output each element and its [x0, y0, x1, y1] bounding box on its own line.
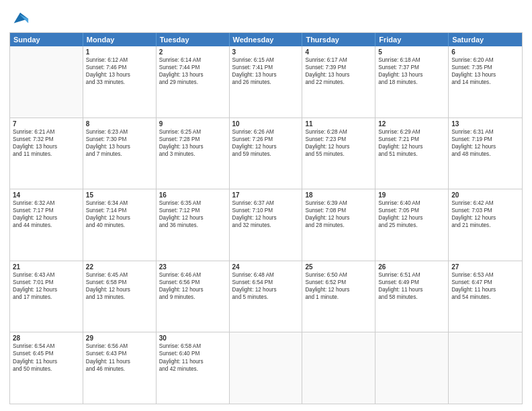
- cell-line: Daylight: 11 hours: [159, 358, 226, 365]
- cell-line: and 13 minutes.: [86, 293, 153, 301]
- cell-line: and 28 minutes.: [305, 222, 372, 229]
- cell-line: Daylight: 12 hours: [451, 214, 519, 222]
- cell-line: Daylight: 12 hours: [13, 214, 80, 222]
- cell-line: Sunrise: 6:51 AM: [378, 271, 445, 279]
- day-number: 9: [159, 120, 226, 128]
- cell-line: Sunrise: 6:42 AM: [451, 199, 519, 207]
- cell-line: Sunset: 7:19 PM: [451, 136, 519, 143]
- cell-line: and 29 minutes.: [159, 79, 226, 86]
- cell-line: Daylight: 12 hours: [305, 214, 372, 222]
- cell-line: and 44 minutes.: [13, 222, 80, 229]
- table-row: 26Sunrise: 6:51 AMSunset: 6:49 PMDayligh…: [375, 261, 449, 332]
- cell-line: Daylight: 12 hours: [305, 143, 372, 150]
- table-row: 1Sunrise: 6:12 AMSunset: 7:46 PMDaylight…: [83, 46, 157, 118]
- header-cell-tuesday: Tuesday: [157, 33, 230, 46]
- cell-line: and 18 minutes.: [378, 79, 445, 86]
- cell-line: Sunrise: 6:35 AM: [159, 199, 226, 207]
- table-row: 13Sunrise: 6:31 AMSunset: 7:19 PMDayligh…: [449, 118, 522, 189]
- table-row: 24Sunrise: 6:48 AMSunset: 6:54 PMDayligh…: [230, 261, 303, 332]
- calendar-row-2: 14Sunrise: 6:32 AMSunset: 7:17 PMDayligh…: [10, 189, 522, 261]
- header-cell-thursday: Thursday: [302, 33, 375, 46]
- cell-line: Sunset: 7:28 PM: [159, 136, 226, 143]
- calendar-row-4: 28Sunrise: 6:54 AMSunset: 6:45 PMDayligh…: [10, 332, 522, 404]
- header-cell-monday: Monday: [83, 33, 157, 46]
- cell-line: Sunrise: 6:29 AM: [378, 128, 445, 136]
- cell-line: and 55 minutes.: [305, 150, 372, 158]
- table-row: 10Sunrise: 6:26 AMSunset: 7:26 PMDayligh…: [230, 118, 303, 189]
- cell-line: Daylight: 13 hours: [159, 71, 226, 79]
- cell-line: and 3 minutes.: [159, 150, 226, 158]
- cell-line: Daylight: 12 hours: [159, 214, 226, 222]
- cell-line: Daylight: 12 hours: [159, 286, 226, 293]
- day-number: 14: [13, 191, 80, 199]
- cell-line: Sunset: 6:40 PM: [159, 350, 226, 357]
- cell-line: Daylight: 13 hours: [86, 71, 153, 79]
- table-row: 12Sunrise: 6:29 AMSunset: 7:21 PMDayligh…: [375, 118, 449, 189]
- calendar-header: SundayMondayTuesdayWednesdayThursdayFrid…: [10, 33, 522, 46]
- cell-line: Sunset: 6:54 PM: [232, 279, 300, 286]
- table-row: 4Sunrise: 6:17 AMSunset: 7:39 PMDaylight…: [302, 46, 375, 118]
- header-cell-wednesday: Wednesday: [230, 33, 303, 46]
- cell-line: Sunset: 6:43 PM: [86, 350, 153, 357]
- cell-line: and 14 minutes.: [451, 79, 519, 86]
- cell-line: Sunset: 7:26 PM: [232, 136, 300, 143]
- cell-line: Sunset: 6:45 PM: [13, 350, 80, 357]
- cell-line: Sunset: 7:21 PM: [378, 136, 445, 143]
- cell-line: Sunrise: 6:32 AM: [13, 199, 80, 207]
- cell-line: Sunset: 7:41 PM: [232, 64, 300, 71]
- cell-line: Sunset: 7:05 PM: [378, 207, 445, 214]
- day-number: 11: [305, 120, 372, 128]
- day-number: 15: [86, 191, 153, 199]
- day-number: 8: [86, 120, 153, 128]
- cell-line: Sunset: 7:32 PM: [13, 136, 80, 143]
- table-row: 6Sunrise: 6:20 AMSunset: 7:35 PMDaylight…: [449, 46, 522, 118]
- cell-line: and 9 minutes.: [159, 293, 226, 301]
- cell-line: Sunrise: 6:40 AM: [378, 199, 445, 207]
- cell-line: Sunset: 7:14 PM: [86, 207, 153, 214]
- cell-line: Daylight: 12 hours: [378, 143, 445, 150]
- cell-line: Daylight: 11 hours: [13, 358, 80, 365]
- cell-line: Sunrise: 6:25 AM: [159, 128, 226, 136]
- table-row: 5Sunrise: 6:18 AMSunset: 7:37 PMDaylight…: [375, 46, 449, 118]
- calendar-row-0: 1Sunrise: 6:12 AMSunset: 7:46 PMDaylight…: [10, 46, 522, 118]
- cell-line: Sunrise: 6:56 AM: [86, 342, 153, 350]
- cell-line: Daylight: 12 hours: [13, 286, 80, 293]
- day-number: 6: [451, 48, 519, 56]
- cell-line: Sunset: 7:39 PM: [305, 64, 372, 71]
- cell-line: Sunrise: 6:20 AM: [451, 56, 519, 64]
- table-row: 18Sunrise: 6:39 AMSunset: 7:08 PMDayligh…: [302, 189, 375, 261]
- day-number: 7: [13, 120, 80, 128]
- day-number: 19: [378, 191, 445, 199]
- table-row: 29Sunrise: 6:56 AMSunset: 6:43 PMDayligh…: [83, 332, 157, 404]
- cell-line: Daylight: 13 hours: [451, 71, 519, 79]
- table-row: 2Sunrise: 6:14 AMSunset: 7:44 PMDaylight…: [157, 46, 230, 118]
- cell-line: and 59 minutes.: [232, 150, 300, 158]
- table-row: [10, 46, 83, 118]
- day-number: 5: [378, 48, 445, 56]
- day-number: 17: [232, 191, 300, 199]
- cell-line: Sunrise: 6:12 AM: [86, 56, 153, 64]
- day-number: 2: [159, 48, 226, 56]
- day-number: 18: [305, 191, 372, 199]
- cell-line: and 1 minute.: [305, 293, 372, 301]
- cell-line: Daylight: 11 hours: [378, 286, 445, 293]
- table-row: 27Sunrise: 6:53 AMSunset: 6:47 PMDayligh…: [449, 261, 522, 332]
- cell-line: Sunset: 7:46 PM: [86, 64, 153, 71]
- cell-line: and 36 minutes.: [159, 222, 226, 229]
- calendar-row-3: 21Sunrise: 6:43 AMSunset: 7:01 PMDayligh…: [10, 261, 522, 333]
- cell-line: Sunrise: 6:31 AM: [451, 128, 519, 136]
- cell-line: Daylight: 12 hours: [232, 143, 300, 150]
- day-number: 30: [159, 334, 226, 342]
- cell-line: and 22 minutes.: [305, 79, 372, 86]
- table-row: 15Sunrise: 6:34 AMSunset: 7:14 PMDayligh…: [83, 189, 157, 261]
- table-row: 22Sunrise: 6:45 AMSunset: 6:58 PMDayligh…: [83, 261, 157, 332]
- cell-line: Sunrise: 6:50 AM: [305, 271, 372, 279]
- day-number: 13: [451, 120, 519, 128]
- table-row: 21Sunrise: 6:43 AMSunset: 7:01 PMDayligh…: [10, 261, 83, 332]
- header-cell-saturday: Saturday: [449, 33, 522, 46]
- cell-line: and 25 minutes.: [378, 222, 445, 229]
- cell-line: Daylight: 12 hours: [378, 214, 445, 222]
- cell-line: and 50 minutes.: [13, 365, 80, 373]
- cell-line: Daylight: 12 hours: [232, 286, 300, 293]
- day-number: 22: [86, 263, 153, 271]
